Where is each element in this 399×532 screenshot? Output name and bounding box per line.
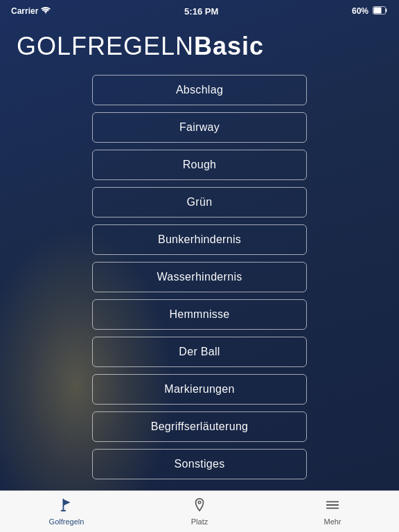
app-title: GOLFREGELNBasic [17,32,382,61]
battery-icon [373,6,388,17]
tab-golfregeln-label: Golfregeln [49,517,85,526]
menu-button-rough[interactable]: Rough [92,150,307,180]
location-pin-icon [192,497,207,515]
svg-point-5 [198,502,201,504]
app-title-suffix: Basic [194,32,264,60]
battery-percent: 60% [352,6,369,16]
menu-button-hemmnisse[interactable]: Hemmnisse [92,299,307,330]
status-right: 60% [352,6,388,17]
menu-button-sonstiges[interactable]: Sonstiges [92,449,307,479]
tab-platz-label: Platz [191,517,208,526]
status-left: Carrier [11,6,51,16]
time-label: 5:16 PM [184,6,218,17]
tab-golfregeln[interactable]: Golfregeln [0,493,133,530]
status-bar: Carrier 5:16 PM 60% [0,0,399,21]
menu-list: AbschlagFairwayRoughGrünBunkerhindernisW… [0,75,399,479]
menu-button-wasserhindernis[interactable]: Wasserhindernis [92,262,307,292]
tab-platz[interactable]: Platz [133,493,266,530]
tab-mehr[interactable]: Mehr [266,493,399,530]
app-title-prefix: GOLFREGELN [17,32,194,60]
tab-bar: Golfregeln Platz Mehr [0,490,399,532]
wifi-icon [41,6,51,16]
tab-mehr-label: Mehr [323,517,341,526]
menu-button-begriffserlauterung[interactable]: Begriffserläuterung [92,411,307,442]
svg-rect-1 [374,7,382,13]
menu-button-der-ball[interactable]: Der Ball [92,337,307,367]
menu-button-abschlag[interactable]: Abschlag [92,75,307,105]
menu-button-bunkerhindernis[interactable]: Bunkerhindernis [92,224,307,255]
svg-marker-3 [63,499,70,506]
menu-button-fairway[interactable]: Fairway [92,112,307,143]
golf-flag-icon [59,497,74,515]
menu-button-gruen[interactable]: Grün [92,187,307,218]
menu-icon [325,497,340,515]
carrier-label: Carrier [11,6,38,16]
menu-button-markierungen[interactable]: Markierungen [92,374,307,405]
app-title-container: GOLFREGELNBasic [0,21,399,75]
